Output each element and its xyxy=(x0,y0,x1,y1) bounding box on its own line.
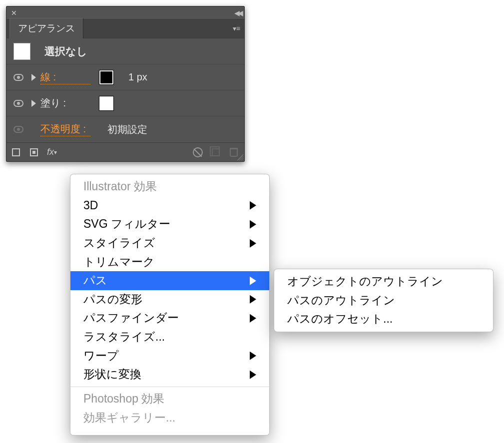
menu-item-label: 効果ギャラリー... xyxy=(83,409,175,427)
submenu-arrow-icon: ▶ xyxy=(250,366,256,383)
stroke-value[interactable]: 1 px xyxy=(128,71,147,83)
menu-item-label: パス xyxy=(83,272,107,290)
selection-thumbnail[interactable] xyxy=(13,43,30,60)
submenu-item-label: パスのオフセット... xyxy=(287,310,393,328)
duplicate-icon xyxy=(212,148,220,156)
submenu-item-outline-object[interactable]: オブジェクトのアウトライン xyxy=(274,272,493,291)
menu-item-label: 形状に変換 xyxy=(83,366,141,384)
submenu-item-offset-path[interactable]: パスのオフセット... xyxy=(274,310,493,329)
submenu-item-label: オブジェクトのアウトライン xyxy=(287,273,443,291)
panel-tabbar: アピアランス ▾≡ xyxy=(6,19,244,38)
menu-item-label: パスの変形 xyxy=(83,291,142,309)
menu-item-label: ワープ xyxy=(83,347,119,365)
add-effect-button[interactable]: fx▾ xyxy=(46,147,57,158)
resize-grip-icon[interactable] xyxy=(237,154,243,160)
menu-item-3d[interactable]: 3D ▶ xyxy=(70,196,269,215)
expand-icon[interactable] xyxy=(31,100,36,107)
submenu-arrow-icon: ▶ xyxy=(250,197,256,214)
stroke-label[interactable]: 線 : xyxy=(40,70,90,84)
visibility-icon[interactable] xyxy=(13,100,23,107)
duplicate-button[interactable] xyxy=(210,147,221,158)
menu-item-stylize[interactable]: スタイライズ ▶ xyxy=(70,234,269,253)
menu-item-svg-filter[interactable]: SVG フィルター ▶ xyxy=(70,215,269,234)
menu-item-warp[interactable]: ワープ ▶ xyxy=(70,347,269,366)
menu-item-convert-shape[interactable]: 形状に変換 ▶ xyxy=(70,365,269,384)
tab-appearance[interactable]: アピアランス xyxy=(9,18,83,38)
menu-item-effect-gallery[interactable]: 効果ギャラリー... xyxy=(70,409,269,428)
menu-section-header: Illustrator 効果 xyxy=(70,177,269,196)
appearance-panel: ✕ ◀◀ アピアランス ▾≡ 選択なし 線 : 1 px 塗り : 不透明度 : xyxy=(6,6,245,162)
stroke-swatch[interactable] xyxy=(99,70,113,84)
menu-item-label: 3D xyxy=(83,197,98,215)
menu-item-label: トリムマーク xyxy=(83,253,155,271)
submenu-item-label: パスのアウトライン xyxy=(287,292,395,310)
new-fill-button[interactable] xyxy=(28,147,39,158)
expand-icon[interactable] xyxy=(31,74,36,81)
menu-item-rasterize[interactable]: ラスタライズ... xyxy=(70,328,269,347)
opacity-label[interactable]: 不透明度 : xyxy=(40,122,90,136)
collapse-icon[interactable]: ◀◀ xyxy=(234,9,241,17)
opacity-value[interactable]: 初期設定 xyxy=(107,123,147,136)
trash-icon xyxy=(230,148,238,157)
selection-label: 選択なし xyxy=(44,44,87,58)
fill-swatch[interactable] xyxy=(99,96,113,110)
path-submenu: オブジェクトのアウトライン パスのアウトライン パスのオフセット... xyxy=(274,269,494,332)
visibility-icon[interactable] xyxy=(13,74,23,81)
visibility-icon[interactable] xyxy=(13,126,23,133)
submenu-arrow-icon: ▶ xyxy=(250,310,256,327)
panel-menu-icon[interactable]: ▾≡ xyxy=(233,24,240,32)
submenu-arrow-icon: ▶ xyxy=(250,235,256,252)
submenu-arrow-icon: ▶ xyxy=(250,216,256,233)
clear-icon xyxy=(193,147,203,157)
menu-item-trim-marks[interactable]: トリムマーク xyxy=(70,253,269,272)
menu-separator xyxy=(70,387,269,387)
menu-item-label: ラスタライズ... xyxy=(83,328,165,346)
clear-appearance-button[interactable] xyxy=(192,147,203,158)
menu-item-label: SVG フィルター xyxy=(83,215,170,233)
menu-item-distort-transform[interactable]: パスの変形 ▶ xyxy=(70,290,269,309)
menu-section-header: Photoshop 効果 xyxy=(70,390,269,409)
fill-label: 塗り : xyxy=(40,96,90,110)
menu-item-label: パスファインダー xyxy=(83,309,179,327)
submenu-item-outline-stroke[interactable]: パスのアウトライン xyxy=(274,291,493,310)
submenu-arrow-icon: ▶ xyxy=(250,291,256,308)
menu-item-pathfinder[interactable]: パスファインダー ▶ xyxy=(70,309,269,328)
opacity-row[interactable]: 不透明度 : 初期設定 xyxy=(6,116,244,142)
selection-row: 選択なし xyxy=(6,38,244,64)
new-stroke-button[interactable] xyxy=(10,147,21,158)
effects-menu: Illustrator 効果 3D ▶ SVG フィルター ▶ スタイライズ ▶… xyxy=(70,174,270,436)
close-icon[interactable]: ✕ xyxy=(9,8,18,17)
menu-item-path[interactable]: パス ▶ xyxy=(70,271,269,290)
panel-body: 選択なし 線 : 1 px 塗り : 不透明度 : 初期設定 xyxy=(6,38,244,142)
submenu-arrow-icon: ▶ xyxy=(250,347,256,364)
stroke-row[interactable]: 線 : 1 px xyxy=(6,64,244,90)
panel-footer: fx▾ xyxy=(6,142,244,161)
submenu-arrow-icon: ▶ xyxy=(250,272,256,289)
fill-row[interactable]: 塗り : xyxy=(6,90,244,116)
menu-item-label: スタイライズ xyxy=(83,234,155,252)
